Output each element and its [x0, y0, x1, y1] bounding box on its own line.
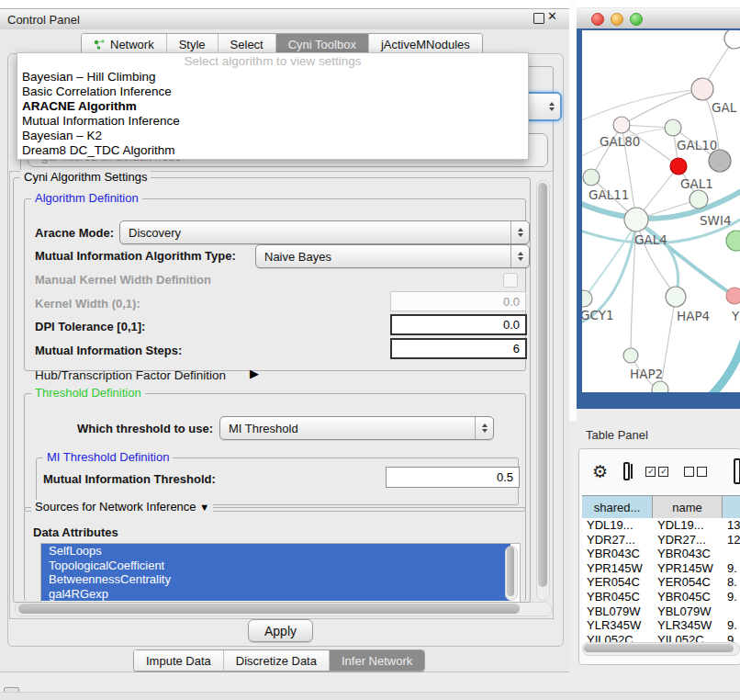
table-row[interactable]: YDL19...YDL19...13 — [582, 518, 740, 533]
aracne-mode-combo[interactable]: Discovery — [119, 220, 530, 244]
tab-discretize-data[interactable]: Discretize Data — [223, 650, 329, 671]
network-node[interactable] — [726, 288, 740, 304]
combo-arrows-icon — [510, 245, 529, 267]
node-label: GAL80 — [600, 134, 640, 149]
expand-right-icon[interactable]: ▶ — [250, 367, 259, 380]
algorithm-option[interactable]: Basic Correlation Inference — [17, 85, 528, 99]
table-row[interactable]: YIL052CYIL052C9. — [582, 633, 740, 642]
network-node[interactable] — [691, 78, 713, 100]
node-label: GAL — [712, 100, 737, 115]
network-node[interactable] — [583, 169, 600, 186]
data-attribute-item[interactable]: SelfLoops — [41, 544, 510, 559]
mi-steps-field[interactable]: 6 — [390, 338, 527, 359]
zoom-traffic-light-icon[interactable] — [630, 13, 643, 26]
aracne-mode-label: Aracne Mode: — [35, 226, 114, 240]
apply-button[interactable]: Apply — [248, 619, 313, 642]
dpi-tolerance-value: 0.0 — [503, 318, 520, 332]
table-hscrollbar-thumb[interactable] — [584, 644, 734, 652]
mi-threshold-label: Mutual Information Threshold: — [43, 472, 216, 486]
data-attributes-list[interactable]: SelfLoopsTopologicalCoefficientBetweenne… — [40, 543, 521, 603]
network-node[interactable] — [724, 30, 740, 49]
network-node[interactable] — [666, 287, 686, 307]
kernel-width-field[interactable]: 0.0 — [390, 291, 526, 311]
column-header-shared[interactable]: shared... — [582, 496, 653, 518]
column-header[interactable] — [723, 496, 740, 518]
bottom-strip — [0, 692, 740, 700]
float-window-icon[interactable] — [533, 13, 544, 24]
columns-icon[interactable] — [623, 462, 630, 480]
table-row[interactable]: YLR345WYLR345W9. — [582, 618, 740, 633]
horizontal-scrollbar-thumb[interactable] — [18, 604, 520, 614]
algorithm-option[interactable]: ARACNE Algorithm — [17, 99, 528, 114]
node-label: GAL11 — [589, 187, 629, 202]
dpi-tolerance-field[interactable]: 0.0 — [390, 314, 527, 335]
algorithm-dropdown-list: Select algorithm to view settings Bayesi… — [17, 52, 529, 160]
data-attribute-item[interactable]: gal4RGexp — [41, 587, 510, 602]
data-attribute-item[interactable]: BetweennessCentrality — [41, 572, 510, 587]
network-node[interactable] — [665, 119, 681, 136]
network-window-titlebar[interactable] — [577, 7, 740, 30]
data-attribute-item[interactable]: TopologicalCoefficient — [41, 559, 510, 573]
tab-style[interactable]: Style — [166, 34, 218, 54]
tab-network[interactable]: Network — [82, 34, 166, 54]
which-threshold-label: Which threshold to use: — [77, 422, 213, 435]
minimize-traffic-light-icon[interactable] — [611, 13, 623, 26]
tab-impute-data[interactable]: Impute Data — [134, 650, 223, 671]
table-row[interactable]: YPR145WYPR145W9. — [582, 561, 740, 576]
network-graph[interactable]: GALGAL80GAL10GAL1GAL11SWI4GAL4GCY1HAP4YH… — [582, 30, 740, 392]
which-threshold-value: MI Threshold — [229, 422, 298, 435]
network-node[interactable] — [709, 150, 731, 172]
sources-group-title[interactable]: Sources for Network Inference ▼ — [31, 500, 213, 514]
control-panel-titlebar: Control Panel — [0, 8, 569, 30]
tab-infer-network[interactable]: Infer Network — [329, 650, 424, 671]
control-panel-title: Control Panel — [0, 13, 80, 27]
table-cell: 9. — [723, 590, 740, 604]
network-edge[interactable] — [591, 125, 622, 177]
tab-cyni-toolbox[interactable]: Cyni Toolbox — [275, 34, 368, 54]
network-node[interactable] — [582, 290, 592, 307]
threshold-definition-title: Threshold Definition — [31, 386, 145, 400]
gear-icon[interactable]: ⚙ — [592, 463, 608, 480]
network-node[interactable] — [670, 158, 687, 175]
manual-kernel-label: Manual Kernel Width Definition — [35, 273, 211, 287]
network-node[interactable] — [613, 117, 630, 133]
node-label: HAP2 — [630, 367, 663, 381]
algorithm-option[interactable]: Mutual Information Inference — [17, 114, 528, 129]
close-traffic-light-icon[interactable] — [591, 13, 604, 26]
node-label: GAL1 — [680, 176, 713, 191]
network-node[interactable] — [726, 231, 740, 251]
network-node[interactable] — [690, 190, 708, 209]
tab-select[interactable]: Select — [218, 34, 275, 54]
network-node[interactable] — [652, 381, 668, 392]
algorithm-option[interactable]: Bayesian – K2 — [17, 129, 528, 143]
network-edge[interactable] — [636, 220, 676, 297]
manual-kernel-checkbox[interactable] — [503, 273, 518, 288]
kernel-width-label: Kernel Width (0,1): — [35, 297, 140, 310]
mi-type-combo[interactable]: Naive Bayes — [255, 244, 530, 268]
algorithm-option[interactable]: Bayesian – Hill Climbing — [17, 70, 528, 85]
attr-list-scrollbar-thumb[interactable] — [507, 547, 514, 596]
column-header-name[interactable]: name — [653, 496, 723, 518]
table-row[interactable]: YER054CYER054C8. — [582, 575, 740, 590]
tab-jactivemnodules[interactable]: jActiveMNodules — [368, 34, 482, 54]
kernel-width-value: 0.0 — [503, 295, 520, 309]
which-threshold-combo[interactable]: MI Threshold — [219, 416, 494, 440]
mi-threshold-field[interactable]: 0.5 — [386, 467, 520, 488]
table-row[interactable]: YDR27...YDR27...12 — [582, 533, 740, 548]
network-canvas[interactable]: GALGAL80GAL10GAL1GAL11SWI4GAL4GCY1HAP4YH… — [582, 30, 740, 392]
bottom-tab-bar: Impute DataDiscretize DataInfer Network — [133, 649, 425, 672]
table-cell: YBR043C — [653, 547, 723, 561]
vertical-scrollbar-thumb[interactable] — [538, 183, 547, 587]
algorithm-option[interactable]: Dream8 DC_TDC Algorithm — [17, 143, 528, 158]
algorithm-definition-title: Algorithm Definition — [31, 191, 142, 205]
deselect-all-icon[interactable] — [684, 467, 707, 477]
hub-definition-label[interactable]: Hub/Transcription Factor Definition — [35, 368, 226, 382]
network-node[interactable] — [623, 348, 638, 363]
table-row[interactable]: YBR045CYBR045C9. — [582, 590, 740, 604]
select-all-icon[interactable]: ✓✓ — [645, 467, 668, 477]
close-icon[interactable]: ✕ — [547, 9, 557, 23]
table-row[interactable]: YBL079WYBL079W — [582, 604, 740, 619]
table-row[interactable]: YBR043CYBR043C — [582, 547, 740, 561]
document-icon[interactable] — [734, 458, 740, 484]
network-node[interactable] — [624, 208, 648, 231]
